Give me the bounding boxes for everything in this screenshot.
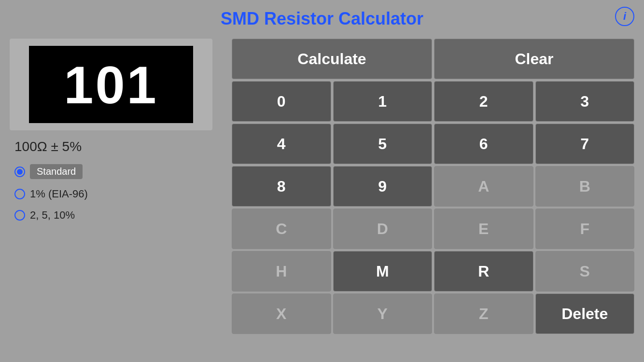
standard-button[interactable]: Standard (30, 164, 83, 179)
key-5[interactable]: 5 (333, 124, 433, 164)
radio-circle-eia96 (14, 189, 25, 199)
key-c: C (232, 209, 331, 249)
key-3[interactable]: 3 (535, 81, 635, 122)
right-panel: Calculate Clear 0 1 2 3 4 5 6 7 8 9 A B … (232, 34, 634, 334)
radio-circle-standard (14, 167, 25, 177)
main-layout: 101 100Ω ± 5% Standard 1% (EIA-96) 2, 5,… (0, 34, 644, 357)
key-e: E (434, 209, 533, 249)
key-s: S (535, 251, 635, 292)
calculate-button[interactable]: Calculate (232, 39, 432, 79)
calc-row-hmrs: H M R S (232, 251, 634, 292)
key-9[interactable]: 9 (333, 166, 433, 207)
key-6[interactable]: 6 (434, 124, 533, 164)
calc-row-4567: 4 5 6 7 (232, 124, 634, 164)
key-b: B (535, 166, 635, 207)
radio-item-eia96[interactable]: 1% (EIA-96) (14, 188, 88, 200)
key-z: Z (434, 293, 533, 334)
radio-item-2510[interactable]: 2, 5, 10% (14, 209, 88, 222)
radio-item-standard[interactable]: Standard (14, 164, 88, 179)
radio-group: Standard 1% (EIA-96) 2, 5, 10% (14, 164, 88, 222)
key-7[interactable]: 7 (535, 124, 635, 164)
calc-row-top: Calculate Clear (232, 39, 634, 79)
clear-button[interactable]: Clear (434, 39, 634, 79)
calc-row-89ab: 8 9 A B (232, 166, 634, 207)
key-f: F (535, 209, 635, 249)
display-wrapper: 101 (10, 39, 212, 130)
key-4[interactable]: 4 (232, 124, 331, 164)
key-2[interactable]: 2 (434, 81, 533, 122)
key-1[interactable]: 1 (333, 81, 433, 122)
key-r[interactable]: R (434, 251, 533, 292)
radio-circle-2510 (14, 210, 25, 221)
key-a: A (434, 166, 533, 207)
key-d: D (333, 209, 433, 249)
key-0[interactable]: 0 (232, 81, 331, 122)
calc-row-cdef: C D E F (232, 209, 634, 249)
key-h: H (232, 251, 331, 292)
resistance-value: 100Ω ± 5% (14, 139, 82, 154)
radio-label-2510: 2, 5, 10% (30, 209, 75, 222)
key-y: Y (333, 293, 433, 334)
key-8[interactable]: 8 (232, 166, 331, 207)
display-screen: 101 (29, 46, 193, 123)
app-title: SMD Resistor Calculator (0, 0, 644, 34)
delete-button[interactable]: Delete (535, 293, 635, 334)
calc-row-xyz-delete: X Y Z Delete (232, 293, 634, 334)
key-x: X (232, 293, 331, 334)
key-m[interactable]: M (333, 251, 433, 292)
left-panel: 101 100Ω ± 5% Standard 1% (EIA-96) 2, 5,… (10, 34, 222, 222)
calc-row-0123: 0 1 2 3 (232, 81, 634, 122)
radio-label-eia96: 1% (EIA-96) (30, 188, 88, 200)
info-icon[interactable]: i (615, 7, 634, 26)
